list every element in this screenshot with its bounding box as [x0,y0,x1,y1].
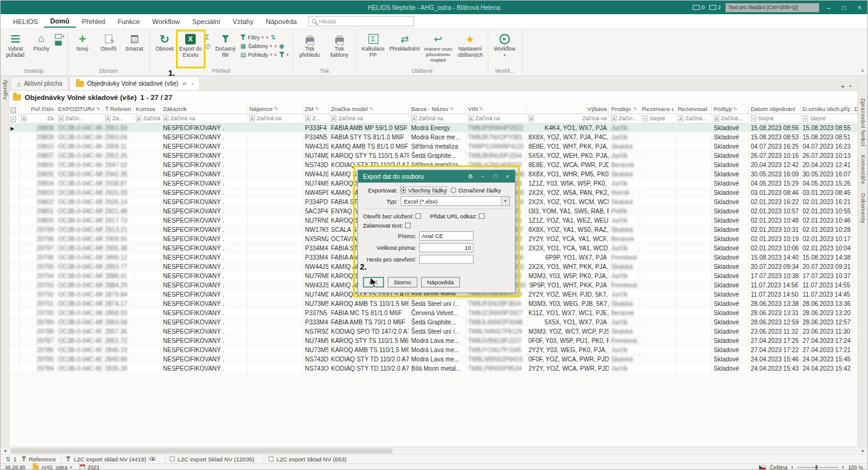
eye-icon[interactable] [149,457,156,461]
column-header-naj[interactable]: Nájemce✎ [248,104,303,113]
menu-tab-domu[interactable]: Domů [44,15,75,28]
column-header-seller[interactable]: Prodejce✎ [609,104,640,113]
horizontal-scrollbar[interactable]: ◂ ▸ [1,447,867,454]
filter-chip-active[interactable]: L2C export sklad NV (4419) [61,456,160,463]
table-row[interactable]: 29787OC3B-0-04C-M712851.72NESPECIFIKOVAN… [9,336,858,345]
column-header-vin[interactable]: VIN✎ [466,104,527,113]
menu-tab-prehled[interactable]: Přehled [76,15,112,27]
zoom-slider[interactable] [797,467,838,468]
novy-button[interactable]: +Nový [70,31,95,67]
otevrit-button[interactable]: Otevřít [96,31,121,67]
nastaveni-oblibenych-button[interactable]: ★Nastavení oblíbených [456,31,485,67]
gear-icon[interactable]: ⚙ [465,173,476,179]
panel-tab-zpracovani-funkci[interactable]: Zpracování funkcí [860,98,866,146]
filter-cell-model[interactable]: AZačíná na [329,114,409,123]
menu-search-input[interactable]: Hledat [308,16,414,27]
filter-cell-rezdo[interactable]: =Stejné [640,114,676,123]
panel-tab-dokumenty[interactable]: Dokumenty [860,193,866,223]
column-header-equip[interactable]: Výbava [527,104,609,113]
clear-filter-icon[interactable]: × [265,35,269,41]
vybrat-poradac-button[interactable]: Vybrat pořadač [3,31,28,67]
docasny-filtr-button[interactable]: Dočasný filtr [213,31,238,67]
menu-tab-funkce[interactable]: Funkce [111,15,146,27]
radio-all-rows[interactable]: Všechny řádky [401,187,446,194]
column-header-kom[interactable]: Komise [134,104,161,113]
tab-list-button[interactable]: ▾ [849,84,851,89]
new-tab-button[interactable]: + [841,83,845,90]
filter-cell-rezval[interactable]: AZačíná... [676,114,712,123]
filter-cell-d2[interactable]: =Stejné [801,114,853,123]
table-row[interactable]: 29789OC3B-0-04C-M692863.58NESPECIFIKOVAN… [9,318,858,327]
clear-template-icon[interactable]: × [274,43,277,49]
year-selector[interactable]: 2023 [80,464,99,470]
table-row[interactable]: 29806OC3B-0-04C-M482947.02NESPECIFIKOVAN… [9,160,858,170]
tab-objednavky[interactable]: Objednávky Volné skladové (vše)⇄× [70,76,200,90]
scrollbar-track[interactable] [9,447,859,454]
filter-cell-kom[interactable]: AZačíná na [134,114,161,123]
column-header-rezdo[interactable]: Rezervace do [640,104,676,113]
preskladneni-button[interactable]: ⇄Přeskladnění [389,31,421,67]
minimize-button[interactable]: – [824,4,835,11]
menu-tab-vztahy[interactable]: Vztahy [227,15,260,27]
column-header-model[interactable]: Značka model✎ [329,104,409,113]
zoom-in-button[interactable]: + [841,464,845,470]
column-header-id[interactable]: Poř.číslo [19,104,56,113]
filter-chip[interactable]: L2C export Sklad NV (663) [264,456,351,463]
zoom-slider-handle[interactable] [816,465,817,470]
table-row[interactable]: 29785OC3B-0-04C-M732840.66NESPECIFIKOVAN… [9,355,858,364]
column-header-zak[interactable]: Zákazník [161,104,248,113]
scrollbar-thumb[interactable] [10,448,393,453]
table-row[interactable]: 29809OC3B-0-04C-M422963.04NESPECIFIKOVAN… [9,133,858,142]
desktop-switch-button[interactable] [55,41,65,46]
sum-icon[interactable]: Σ [206,34,211,41]
workflow-button[interactable]: ▶Workflow▾ [491,31,519,67]
radio-marked-rows[interactable]: Označené řádky [451,187,501,194]
table-row[interactable]: 29810OC3B-0-04C-M452958.11NESPECIFIKOVAN… [9,142,858,151]
column-header-dop[interactable]: Dop [853,104,858,113]
tisk-prehledu-button[interactable]: Tisk přehledu [296,31,324,67]
open-without-save-checkbox[interactable] [415,213,421,219]
tisk-sablony-button[interactable]: Tisk šablony [325,31,354,67]
maximize-button[interactable]: □ [838,4,849,11]
filter-cell-zak[interactable]: AZačíná na [161,114,248,123]
vraceni-vozu-button[interactable]: ↩Vrácení vozu původnímu majiteli [422,31,454,67]
file-type-select[interactable]: Excel (*.xlsx)▾ [401,196,510,206]
column-header-d1[interactable]: Datum objednání [749,104,801,113]
tab-aktivni-plocha[interactable]: ⌂Aktivní plocha [10,76,69,90]
password-input[interactable] [419,255,474,264]
column-header-rezval[interactable]: Rezervoval [676,104,712,113]
filter-cell-ref[interactable]: AZa... [103,114,134,123]
kalkulace-pp-button[interactable]: ΣKalkulace PP [359,31,388,67]
language-selector[interactable]: Čeština [770,464,788,470]
close-button[interactable]: × [854,4,865,11]
filter-chip[interactable]: L2C export Sklad NV (12035) [165,456,259,463]
clear-view-icon[interactable]: × [274,52,277,58]
filter-cell-zm[interactable]: AZ... [303,114,329,123]
wrap-text-checkbox[interactable] [405,223,411,228]
obnovit-button[interactable]: ↻Obnovit [152,31,177,67]
filter-cell-dop[interactable] [853,114,858,123]
attachment-icon[interactable]: ∅ [206,43,211,50]
dialog-titlebar[interactable]: Export dat do souboru ⚙ – □ × [358,170,515,183]
menu-tab-napoveda[interactable]: Nápověda [259,15,303,27]
plochy-button[interactable]: ⌂Plochy [29,31,54,67]
filter-cell-equip[interactable]: AZačíná na [527,114,609,123]
dialog-minimize-button[interactable]: – [477,173,488,179]
add-url-checkbox[interactable] [479,213,485,219]
sort-field[interactable]: Reference [22,456,56,463]
column-header-podtyp[interactable]: Podtyp✎ [712,104,749,113]
font-size-input[interactable]: 10 [419,243,474,252]
column-header-ref[interactable]: Reference [103,104,134,113]
table-row[interactable]: ▶29808OC3B-0-04C-M412961.59NESPECIFIKOVA… [9,123,858,133]
sort-icon[interactable]: ⇅ [271,34,276,41]
filter-row-marker[interactable]: ✓ [9,114,19,123]
table-row[interactable]: 29786OC3B-0-04C-M722846.19NESPECIFIKOVAN… [9,345,858,355]
dialog-close-button[interactable]: × [502,173,513,179]
desktop-new-button[interactable]: ▾ [55,34,65,39]
chevron-down-icon[interactable]: ▾ [501,197,509,205]
pohledy-button[interactable]: Pohledy [248,52,269,58]
panel-tab-komentare[interactable]: Komentáře [860,155,866,184]
menu-tab-helios[interactable]: HELIOS [7,15,44,27]
filter-cell-d1[interactable]: =Stejné [749,114,801,123]
filter-cell-color[interactable]: AZačíná na [409,114,466,123]
